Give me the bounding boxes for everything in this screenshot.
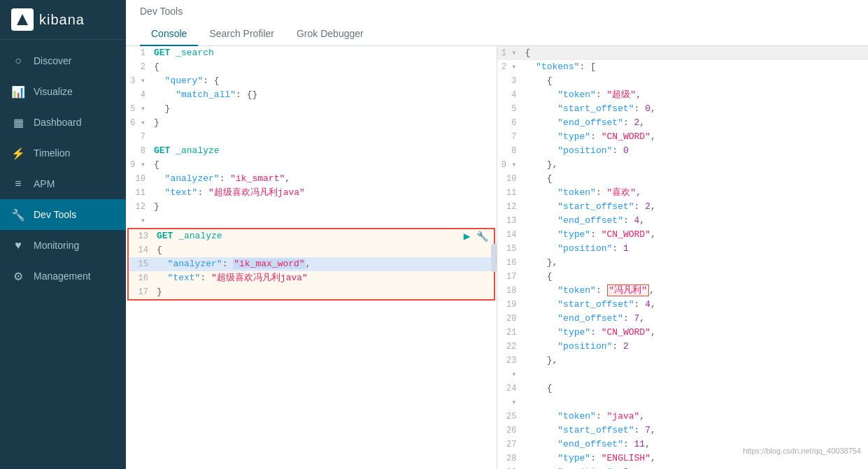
right-code-area[interactable]: 1 ▾ { 2 ▾ "tokens": [ 3 { 4 "token": — [497, 46, 869, 469]
code-line-7[interactable]: 7 — [126, 130, 497, 144]
output-line-22[interactable]: 22 "position": 2 — [497, 340, 869, 354]
svg-marker-0 — [17, 14, 28, 25]
out-line-content-15: "position": 1 — [522, 242, 869, 256]
code-line-6[interactable]: 6 ▾ } — [126, 116, 497, 130]
logo[interactable]: kibana — [0, 0, 126, 40]
sidebar-item-devtools[interactable]: 🔧 Dev Tools — [0, 199, 126, 230]
tab-search-profiler[interactable]: Search Profiler — [198, 22, 285, 46]
out-line-content-3: { — [522, 74, 869, 88]
line-num-4: 4 — [126, 88, 151, 102]
wrench-button[interactable]: 🔧 — [476, 230, 488, 244]
line-num-17: 17 — [129, 285, 154, 299]
out-line-num-4: 4 — [497, 88, 522, 102]
sidebar-item-timelion[interactable]: ⚡ Timelion — [0, 138, 126, 168]
line-num-3: 3 ▾ — [126, 74, 151, 88]
output-line-23[interactable]: 23 ▾ }, — [497, 354, 869, 382]
code-line-10[interactable]: 10 "analyzer": "ik_smart", — [126, 172, 497, 186]
out-line-content-9: }, — [522, 158, 869, 172]
code-line-1[interactable]: 1 GET _search — [126, 46, 497, 60]
code-line-4[interactable]: 4 "match_all": {} — [126, 88, 497, 102]
out-line-num-5: 5 — [497, 102, 522, 116]
out-line-num-14: 14 — [497, 228, 522, 242]
out-line-num-16: 16 — [497, 256, 522, 270]
code-line-8[interactable]: 8 GET _analyze — [126, 144, 497, 158]
output-line-18[interactable]: 18 "token": "冯凡利", — [497, 284, 869, 298]
out-line-num-22: 22 — [497, 340, 522, 354]
out-line-num-8: 8 — [497, 144, 522, 158]
line-content-17: } — [154, 285, 494, 299]
code-line-13[interactable]: 13 GET _analyze — [129, 229, 494, 243]
output-line-2[interactable]: 2 ▾ "tokens": [ — [497, 60, 869, 74]
left-code-area[interactable]: 1 GET _search 2 { 3 ▾ "query": { 4 "matc… — [126, 46, 497, 469]
code-line-15[interactable]: 15 "analyzer": "ik_max_word", — [129, 257, 494, 271]
output-line-17[interactable]: 17 { — [497, 270, 869, 284]
output-line-24[interactable]: 24 ▾ { — [497, 382, 869, 410]
out-line-content-5: "start_offset": 0, — [522, 102, 869, 116]
output-line-8[interactable]: 8 "position": 0 — [497, 144, 869, 158]
output-line-11[interactable]: 11 "token": "喜欢", — [497, 186, 869, 200]
sidebar-item-apm[interactable]: ≡ APM — [0, 168, 126, 199]
out-line-content-1: { — [522, 46, 869, 60]
output-line-20[interactable]: 20 "end_offset": 7, — [497, 312, 869, 326]
panel-divider[interactable]: ⋮ — [491, 244, 497, 272]
code-line-2[interactable]: 2 { — [126, 60, 497, 74]
output-line-13[interactable]: 13 "end_offset": 4, — [497, 214, 869, 228]
output-line-1[interactable]: 1 ▾ { — [497, 46, 869, 60]
output-line-4[interactable]: 4 "token": "超级", — [497, 88, 869, 102]
output-line-16[interactable]: 16 }, — [497, 256, 869, 270]
out-line-content-17: { — [522, 270, 869, 284]
output-line-7[interactable]: 7 "type": "CN_WORD", — [497, 130, 869, 144]
line-num-12: 12 ▾ — [126, 200, 151, 228]
output-line-10[interactable]: 10 { — [497, 172, 869, 186]
line-num-5: 5 ▾ — [126, 102, 151, 116]
code-line-16[interactable]: 16 "text": "超级喜欢冯凡利java" — [129, 271, 494, 285]
output-line-21[interactable]: 21 "type": "CN_WORD", — [497, 326, 869, 340]
code-line-9[interactable]: 9 ▾ { — [126, 158, 497, 172]
sidebar-item-discover[interactable]: ○ Discover — [0, 45, 126, 76]
output-line-14[interactable]: 14 "type": "CN_WORD", — [497, 228, 869, 242]
output-line-9[interactable]: 9 ▾ }, — [497, 158, 869, 172]
output-line-15[interactable]: 15 "position": 1 — [497, 242, 869, 256]
code-line-17[interactable]: 17 } — [129, 285, 494, 299]
code-line-3[interactable]: 3 ▾ "query": { — [126, 74, 497, 88]
output-line-6[interactable]: 6 "end_offset": 2, — [497, 116, 869, 130]
sidebar-nav: ○ Discover 📊 Visualize ▦ Dashboard ⚡ Tim… — [0, 40, 126, 469]
output-line-26[interactable]: 26 "start_offset": 7, — [497, 424, 869, 438]
output-line-5[interactable]: 5 "start_offset": 0, — [497, 102, 869, 116]
out-line-num-23: 23 ▾ — [497, 354, 522, 382]
out-line-content-7: "type": "CN_WORD", — [522, 130, 869, 144]
output-line-19[interactable]: 19 "start_offset": 4, — [497, 298, 869, 312]
sidebar-label-visualize: Visualize — [34, 86, 73, 97]
main-content: Dev Tools Console Search Profiler Grok D… — [126, 0, 868, 469]
code-line-11[interactable]: 11 "text": "超级喜欢冯凡利java" — [126, 186, 497, 200]
out-line-content-2: "tokens": [ — [522, 60, 869, 74]
out-line-num-2: 2 ▾ — [497, 60, 522, 74]
output-line-12[interactable]: 12 "start_offset": 2, — [497, 200, 869, 214]
output-line-28[interactable]: 28 "type": "ENGLISH", — [497, 452, 869, 466]
sidebar-item-management[interactable]: ⚙ Management — [0, 261, 126, 291]
out-line-content-26: "start_offset": 7, — [522, 424, 869, 438]
output-line-27[interactable]: 27 "end_offset": 11, — [497, 438, 869, 452]
output-line-29[interactable]: 29 "position": 3 — [497, 466, 869, 469]
tab-grok-debugger[interactable]: Grok Debugger — [285, 22, 375, 46]
discover-icon: ○ — [11, 54, 25, 68]
code-line-5[interactable]: 5 ▾ } — [126, 102, 497, 116]
tab-console[interactable]: Console — [140, 22, 198, 46]
sidebar-item-dashboard[interactable]: ▦ Dashboard — [0, 107, 126, 138]
sidebar-item-visualize[interactable]: 📊 Visualize — [0, 76, 126, 107]
code-line-14[interactable]: 14 { — [129, 243, 494, 257]
tabs: Console Search Profiler Grok Debugger — [140, 22, 854, 45]
output-line-3[interactable]: 3 { — [497, 74, 869, 88]
out-line-content-23: }, — [522, 354, 869, 368]
output-line-25[interactable]: 25 "token": "java", — [497, 410, 869, 424]
sidebar-label-timelion: Timelion — [34, 147, 70, 159]
run-button[interactable]: ▶ — [464, 230, 471, 244]
out-line-content-13: "end_offset": 4, — [522, 214, 869, 228]
out-line-content-16: }, — [522, 256, 869, 270]
line-content-13: GET _analyze — [154, 229, 494, 243]
code-line-12[interactable]: 12 ▾ } — [126, 200, 497, 228]
out-line-num-15: 15 — [497, 242, 522, 256]
timelion-icon: ⚡ — [11, 146, 25, 160]
sidebar-item-monitoring[interactable]: ♥ Monitoring — [0, 230, 126, 261]
line-num-8: 8 — [126, 144, 151, 158]
